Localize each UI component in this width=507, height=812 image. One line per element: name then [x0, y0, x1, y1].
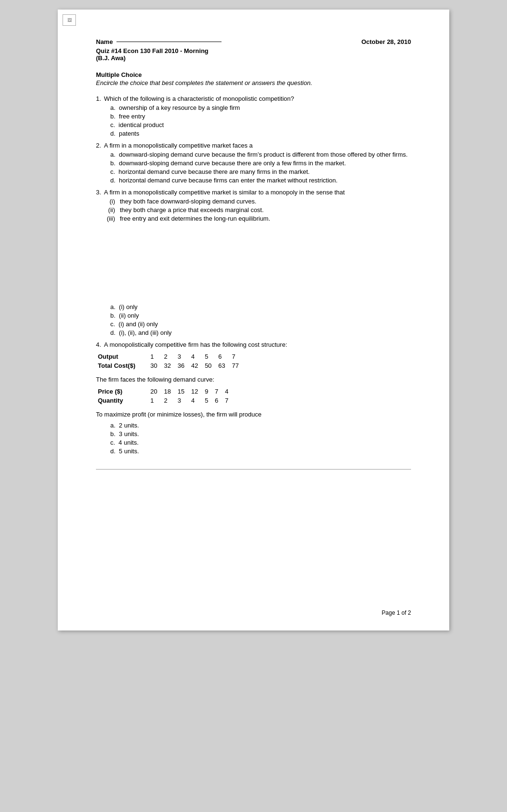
q3-roman-iii: (iii)	[96, 215, 115, 222]
logo-image: 🖼	[63, 14, 76, 26]
q4-text: A monopolistically competitive firm has …	[104, 341, 287, 348]
q4b-text: 3 units.	[119, 430, 139, 438]
list-item: c. horizontal demand curve because there…	[110, 168, 411, 175]
price-3: 15	[176, 387, 189, 396]
q3d-letter: d.	[110, 329, 116, 336]
spacer	[96, 227, 411, 303]
list-item: d. patents	[110, 130, 411, 137]
q4a-letter: a.	[110, 422, 116, 429]
q4b-letter: b.	[110, 430, 116, 438]
list-item: b. downward-sloping demand curve because…	[110, 160, 411, 167]
q4-choices: a. 2 units. b. 3 units. c. 4 units. d. 5…	[96, 422, 411, 455]
list-item: d. 5 units.	[110, 448, 411, 455]
question-4: 4. A monopolistically competitive firm h…	[96, 341, 411, 455]
profit-text: To maximize profit (or minimize losses),…	[96, 411, 411, 418]
q1b-text: free entry	[119, 113, 145, 120]
q3-num: 3.	[96, 189, 101, 196]
q3-text: A firm in a monopolistically competitive…	[104, 189, 345, 196]
header: Name Quiz #14 Econ 130 Fall 2010 - Morni…	[96, 38, 411, 62]
output-5: 5	[203, 352, 216, 361]
price-7: 4	[223, 387, 233, 396]
list-item: a. (i) only	[110, 303, 411, 310]
q1a-text: ownership of a key resource by a single …	[119, 104, 240, 111]
list-item: a. downward-sloping demand curve because…	[110, 151, 411, 158]
q2a-text: downward-sloping demand curve because th…	[119, 151, 408, 158]
qty-3: 3	[176, 396, 189, 405]
list-item: b. free entry	[110, 113, 411, 120]
date: October 28, 2010	[361, 38, 411, 45]
q3b-letter: b.	[110, 312, 116, 319]
tc-5: 50	[203, 361, 216, 370]
output-4: 4	[189, 352, 202, 361]
tc-3: 36	[176, 361, 189, 370]
q1-text: Which of the following is a characterist…	[104, 95, 294, 102]
price-1: 20	[148, 387, 162, 396]
total-cost-label: Total Cost($)	[96, 361, 148, 370]
q3a-text: (i) only	[119, 303, 137, 310]
table-row: Total Cost($) 30 32 36 42 50 63 77	[96, 361, 243, 370]
q1d-text: patents	[119, 130, 139, 137]
section-subtitle: Encircle the choice that best completes …	[96, 79, 411, 86]
q3d-text: (i), (ii), and (iii) only	[119, 329, 172, 336]
tc-7: 77	[230, 361, 243, 370]
list-item: a. ownership of a key resource by a sing…	[110, 104, 411, 111]
question-2: 2. A firm in a monopolistically competit…	[96, 142, 411, 184]
list-item: (iii) free entry and exit determines the…	[96, 215, 411, 222]
page-divider	[96, 469, 411, 470]
output-label: Output	[96, 352, 148, 361]
question-3-final: a. (i) only b. (ii) only c. (i) and (ii)…	[96, 303, 411, 336]
q3a-letter: a.	[110, 303, 116, 310]
question-3: 3. A firm in a monopolistically competit…	[96, 189, 411, 222]
list-item: c. identical product	[110, 121, 411, 128]
q1-num: 1.	[96, 95, 101, 102]
q1a-letter: a.	[110, 104, 116, 111]
q4d-text: 5 units.	[119, 448, 139, 455]
list-item: c. 4 units.	[110, 439, 411, 446]
q3c-text: (i) and (ii) only	[118, 321, 158, 328]
document-page: 🖼 Name Quiz #14 Econ 130 Fall 2010 - Mor…	[58, 10, 449, 630]
q2d-letter: d.	[110, 177, 116, 184]
name-underline	[116, 42, 222, 42]
quiz-title: Quiz #14 Econ 130 Fall 2010 - Morning	[96, 47, 222, 54]
list-item: d. horizontal demand curve because firms…	[110, 177, 411, 184]
tc-2: 32	[162, 361, 175, 370]
tc-6: 63	[216, 361, 230, 370]
q2-text: A firm in a monopolistically competitive…	[104, 142, 253, 149]
q3-text-ii: they both charge a price that exceeds ma…	[120, 206, 411, 214]
price-2: 18	[162, 387, 175, 396]
q1c-letter: c.	[110, 121, 115, 128]
table-row: Quantity 1 2 3 4 5 6 7	[96, 396, 233, 405]
table-row: Price ($) 20 18 15 12 9 7 4	[96, 387, 233, 396]
output-2: 2	[162, 352, 175, 361]
q2-choices: a. downward-sloping demand curve because…	[96, 151, 411, 184]
demand-text: The firm faces the following demand curv…	[96, 376, 411, 383]
name-label: Name	[96, 38, 113, 45]
qty-1: 1	[148, 396, 162, 405]
question-1: 1. Which of the following is a character…	[96, 95, 411, 137]
output-3: 3	[176, 352, 189, 361]
qty-2: 2	[162, 396, 175, 405]
q4d-letter: d.	[110, 448, 116, 455]
q3b-text: (ii) only	[119, 312, 139, 319]
q2-num: 2.	[96, 142, 101, 149]
section-title: Multiple Choice	[96, 71, 411, 78]
qty-4: 4	[189, 396, 202, 405]
q1c-text: identical product	[118, 121, 164, 128]
q1b-letter: b.	[110, 113, 116, 120]
price-label: Price ($)	[96, 387, 148, 396]
q3-text-i: they both face downward-sloping demand c…	[120, 198, 411, 205]
cost-table: Output 1 2 3 4 5 6 7 Total Cost($) 30 32…	[96, 352, 243, 370]
q2b-text: downward-sloping demand curve because th…	[119, 160, 346, 167]
q2b-letter: b.	[110, 160, 116, 167]
list-item: d. (i), (ii), and (iii) only	[110, 329, 411, 336]
qty-7: 7	[223, 396, 233, 405]
table-row: Output 1 2 3 4 5 6 7	[96, 352, 243, 361]
q2d-text: horizontal demand curve because firms ca…	[119, 177, 338, 184]
list-item: a. 2 units.	[110, 422, 411, 429]
list-item: (i) they both face downward-sloping dema…	[96, 198, 411, 205]
output-6: 6	[216, 352, 230, 361]
qty-5: 5	[203, 396, 213, 405]
price-5: 9	[203, 387, 213, 396]
list-item: b. (ii) only	[110, 312, 411, 319]
header-left: Name Quiz #14 Econ 130 Fall 2010 - Morni…	[96, 38, 222, 62]
